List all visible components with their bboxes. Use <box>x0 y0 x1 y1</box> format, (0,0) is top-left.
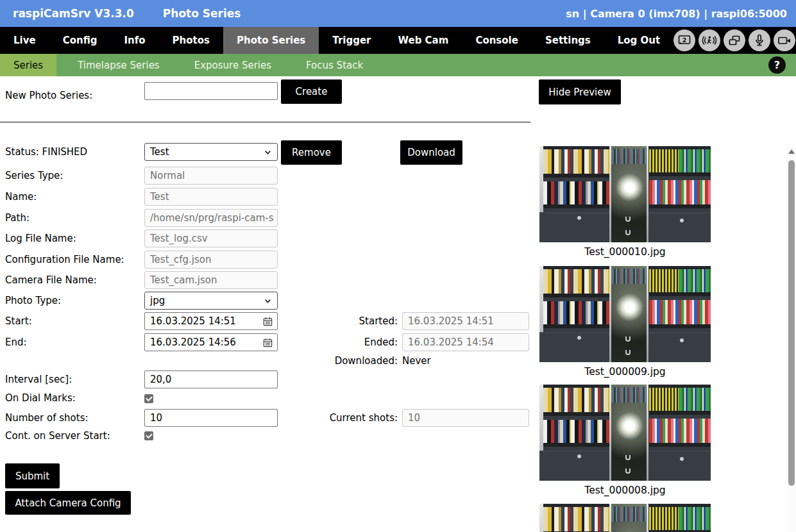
download-button[interactable]: Download <box>400 140 462 165</box>
nav-item-console[interactable]: Console <box>462 27 532 54</box>
nav-item-config[interactable]: Config <box>49 27 111 54</box>
log-file-label: Log File Name: <box>5 229 76 247</box>
downloaded-value: Never <box>402 352 431 370</box>
series-select[interactable]: Test <box>144 143 278 161</box>
photo-series-content: New Photo Series: Create Hide Preview St… <box>0 76 796 532</box>
on-dial-marks-label: On Dial Marks: <box>5 389 76 407</box>
app-title: raspiCamSrv V3.3.0 <box>13 7 134 20</box>
subnav-item-series[interactable]: Series <box>0 54 56 76</box>
photo-caption: Test_000009.jpg <box>539 366 711 379</box>
photo-type-label: Photo Type: <box>5 292 61 310</box>
app-header: raspiCamSrv V3.3.0 Photo Series sn | Cam… <box>0 0 796 27</box>
create-button[interactable]: Create <box>281 79 342 104</box>
photo-series-icon[interactable] <box>724 29 745 51</box>
downloaded-label: Downloaded: <box>282 352 398 370</box>
calendar-icon[interactable] <box>262 316 273 327</box>
photo-type-value: jpg <box>150 295 165 306</box>
interval-input[interactable] <box>144 370 278 388</box>
preview-photo <box>539 146 711 242</box>
end-datetime-input[interactable]: 16.03.2025 14:56 <box>144 333 278 351</box>
main-nav: Live Config Info Photos Photo Series Tri… <box>0 27 796 54</box>
started-value: 16.03.2025 14:51 <box>402 312 529 330</box>
name-value: Test <box>144 188 278 206</box>
new-photo-series-input[interactable] <box>144 82 278 100</box>
on-dial-marks-checkbox[interactable] <box>144 394 153 403</box>
start-datetime-input[interactable]: 16.03.2025 14:51 <box>144 312 278 330</box>
nav-item-settings[interactable]: Settings <box>532 27 604 54</box>
photo-caption: Test_000008.jpg <box>539 485 711 497</box>
preview-photo <box>539 504 711 532</box>
started-label: Started: <box>282 312 398 330</box>
ended-value: 16.03.2025 14:54 <box>402 333 529 351</box>
nav-icon-group: 2 <box>673 27 796 54</box>
nav-item-photo-series[interactable]: Photo Series <box>223 27 319 54</box>
log-file-value: Test_log.csv <box>144 229 278 247</box>
new-photo-series-label: New Photo Series: <box>5 87 92 104</box>
ended-label: Ended: <box>282 333 398 351</box>
config-file-value: Test_cfg.json <box>144 251 278 269</box>
chevron-down-icon <box>264 297 272 305</box>
remove-button[interactable]: Remove <box>281 140 342 165</box>
interval-label: Interval [sec]: <box>5 370 72 388</box>
second-display-icon[interactable]: 2 <box>673 29 695 51</box>
cont-on-server-start-checkbox[interactable] <box>144 431 153 440</box>
current-shots-label: Current shots: <box>282 409 398 427</box>
subnav-item-exposure-series[interactable]: Exposure Series <box>181 54 285 76</box>
path-label: Path: <box>5 209 30 227</box>
microphone-icon[interactable] <box>749 29 770 51</box>
motion-detection-icon[interactable] <box>699 29 720 51</box>
config-file-label: Configuration File Name: <box>5 251 124 269</box>
camera-file-value: Test_cam.json <box>144 271 278 289</box>
start-label: Start: <box>5 312 32 330</box>
session-info: sn | Camera 0 (imx708) | raspi06:5000 <box>566 8 787 20</box>
start-datetime-value: 16.03.2025 14:51 <box>150 315 236 327</box>
video-camera-icon[interactable] <box>774 29 795 51</box>
subnav-item-focus-stack[interactable]: Focus Stack <box>292 54 377 76</box>
submit-button[interactable]: Submit <box>5 463 60 488</box>
photo-caption: Test_000010.jpg <box>539 246 711 259</box>
series-type-label: Series Type: <box>5 167 63 185</box>
preview-photo <box>539 266 711 362</box>
scrollbar-thumb[interactable] <box>788 160 795 486</box>
calendar-icon[interactable] <box>262 337 273 348</box>
nav-item-info[interactable]: Info <box>111 27 159 54</box>
series-subnav: Series Timelapse Series Exposure Series … <box>0 54 796 76</box>
nav-item-trigger[interactable]: Trigger <box>319 27 384 54</box>
scrollbar-up-arrow-icon[interactable] <box>788 149 795 154</box>
number-of-shots-label: Number of shots: <box>5 409 89 427</box>
page-title: Photo Series <box>163 7 241 20</box>
current-shots-value: 10 <box>402 409 529 427</box>
camera-file-label: Camera File Name: <box>5 271 97 289</box>
photo-type-select[interactable]: jpg <box>144 292 278 310</box>
cont-on-server-start-label: Cont. on Server Start: <box>5 427 110 445</box>
subnav-item-timelapse-series[interactable]: Timelapse Series <box>64 54 173 76</box>
nav-item-photos[interactable]: Photos <box>159 27 223 54</box>
preview-scrollbar[interactable] <box>787 146 796 532</box>
nav-item-web-cam[interactable]: Web Cam <box>384 27 462 54</box>
path-value: /home/sn/prg/raspi-cam-s <box>144 209 278 227</box>
name-label: Name: <box>5 188 37 206</box>
nav-item-live[interactable]: Live <box>0 27 49 54</box>
end-label: End: <box>5 333 27 351</box>
svg-text:2: 2 <box>682 37 687 44</box>
nav-item-log-out[interactable]: Log Out <box>604 27 673 54</box>
attach-camera-config-button[interactable]: Attach Camera Config <box>5 491 131 515</box>
hide-preview-button[interactable]: Hide Preview <box>539 79 621 104</box>
series-type-value: Normal <box>144 167 278 185</box>
series-select-value: Test <box>150 146 169 158</box>
help-button[interactable]: ? <box>768 56 786 74</box>
preview-photo <box>539 385 711 481</box>
number-of-shots-input[interactable] <box>144 409 278 427</box>
divider <box>0 122 530 122</box>
chevron-down-icon <box>264 148 272 156</box>
status-label: Status: FINISHED <box>5 143 87 161</box>
end-datetime-value: 16.03.2025 14:56 <box>150 337 236 348</box>
